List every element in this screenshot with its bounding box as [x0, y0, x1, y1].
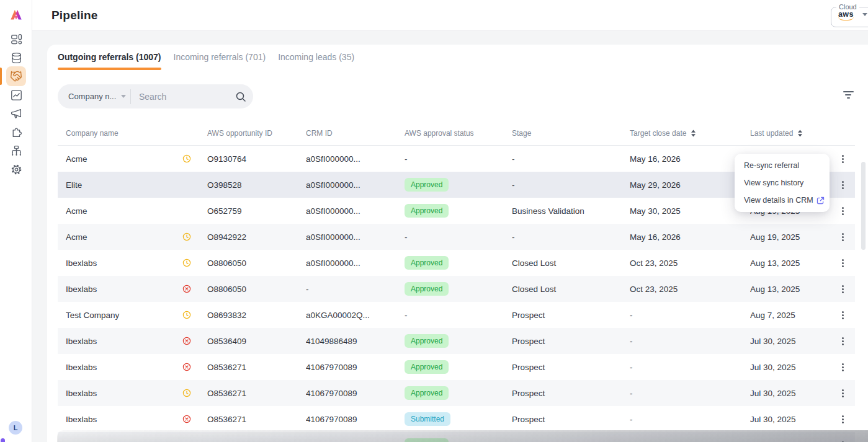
cell-target-close: Oct 23, 2025 [630, 285, 750, 294]
table-row[interactable]: IbexlabsO853627141067970089ApprovedProsp… [58, 380, 855, 406]
cell-sync-icon [182, 389, 207, 397]
approval-empty: - [405, 232, 408, 242]
row-actions-button[interactable] [840, 179, 846, 191]
cell-sync-icon [182, 363, 207, 371]
top-header: Pipeline Cloud aws [32, 0, 868, 31]
cell-last-updated: Jul 30, 2025 [750, 337, 830, 346]
sidebar-item-sitemap[interactable] [0, 141, 32, 160]
cell-sync-icon [182, 337, 207, 345]
table-row[interactable]: IbexlabsO853627141067970089ApprovedProsp… [58, 354, 855, 380]
pending-sync-icon [182, 311, 207, 319]
cell-crm-id: a0SfI000000... [306, 180, 405, 190]
aws-logo: aws [838, 10, 854, 19]
search-input[interactable] [131, 92, 235, 102]
cell-opp-id: O9130764 [207, 154, 306, 164]
cell-company: Ibexlabs [66, 363, 182, 372]
cell-target-close: - [630, 415, 750, 424]
cell-target-close: May 30, 2025 [630, 206, 750, 216]
menu-item-label: View details in CRM [744, 196, 813, 205]
cell-company: Acme [66, 232, 182, 242]
approval-empty: - [405, 311, 408, 320]
menu-item-view-details-in-crm[interactable]: View details in CRM [735, 192, 830, 209]
row-actions-button[interactable] [840, 257, 846, 269]
main-content: Outgoing referrals (1007)Incoming referr… [32, 31, 868, 442]
column-header-last-updated[interactable]: Last updated [750, 129, 830, 138]
approval-empty: - [405, 154, 408, 164]
table-row[interactable]: IbexlabsO8806050-ApprovedClosed LostOct … [58, 276, 855, 302]
pending-sync-icon [182, 389, 207, 397]
sidebar-item-megaphone[interactable] [0, 104, 32, 123]
cell-company: Acme [66, 206, 182, 216]
column-header-opp-id[interactable]: AWS opportunity ID [207, 129, 306, 138]
row-actions-button[interactable] [840, 205, 846, 217]
search-field-selector[interactable]: Company n... [58, 92, 130, 101]
user-avatar[interactable]: L [9, 421, 22, 435]
cell-company: Ibexlabs [66, 259, 182, 268]
column-header-stage[interactable]: Stage [512, 129, 630, 138]
row-actions-button[interactable] [840, 335, 846, 347]
status-badge: Approved [405, 334, 449, 348]
cell-sync-icon [182, 154, 207, 163]
table-row[interactable]: Test CompanyO8693832a0KGA00002Q...-Prosp… [58, 302, 855, 328]
cell-opp-id: O8942922 [207, 232, 306, 242]
column-header-approval[interactable]: AWS approval status [405, 129, 512, 138]
sidebar-item-settings[interactable] [0, 160, 32, 179]
row-actions-button[interactable] [840, 387, 846, 399]
cell-opp-id: O398528 [207, 180, 306, 190]
search-bar: Company n... [58, 84, 253, 108]
pending-sync-icon [182, 154, 207, 163]
cell-crm-id: - [306, 285, 405, 294]
row-actions-button[interactable] [840, 231, 846, 243]
menu-item-re-sync-referral[interactable]: Re-sync referral [735, 157, 830, 174]
cell-approval: Approved [405, 282, 512, 296]
sidebar-item-apps[interactable] [0, 30, 32, 48]
chevron-down-icon [121, 95, 126, 98]
column-header-crm-id[interactable]: CRM ID [306, 129, 405, 138]
cloud-selector[interactable]: Cloud aws [831, 3, 868, 27]
column-header-target-close[interactable]: Target close date [630, 129, 750, 138]
cell-last-updated: Aug 19, 2025 [750, 232, 830, 242]
filter-row: Company n... [58, 84, 855, 108]
sort-icon[interactable] [797, 130, 803, 137]
tab-2[interactable]: Incoming leads (35) [278, 52, 354, 70]
cell-last-updated: Aug 7, 2025 [750, 311, 830, 320]
apps-icon [11, 33, 22, 45]
cell-stage: - [512, 154, 630, 164]
column-header-company[interactable]: Company name [66, 129, 182, 138]
cell-opp-id: O8536271 [207, 415, 306, 424]
table-row[interactable]: IbexlabsO8806050a0SfI000000...ApprovedCl… [58, 250, 855, 276]
row-actions-button[interactable] [840, 153, 846, 165]
status-badge: Approved [405, 360, 449, 374]
cell-stage: Prospect [512, 363, 630, 372]
menu-item-view-sync-history[interactable]: View sync history [735, 174, 830, 192]
table-header: Company name AWS opportunity ID CRM ID A… [58, 121, 855, 146]
status-badge: Approved [405, 178, 449, 192]
sidebar-item-puzzle[interactable] [0, 123, 32, 141]
table-scrollbar[interactable] [861, 162, 866, 250]
cell-opp-id: O8536409 [207, 337, 306, 346]
app-logo[interactable] [8, 7, 24, 23]
sidebar-item-handshake[interactable] [0, 67, 32, 86]
filter-icon[interactable] [843, 91, 854, 101]
status-badge: Approved [405, 256, 449, 270]
cell-opp-id: O8693832 [207, 311, 306, 320]
sidebar-item-chart[interactable] [0, 86, 32, 104]
cell-sync-icon [182, 259, 207, 267]
search-field-value: Company n... [68, 92, 116, 101]
table-row[interactable]: IbexlabsO853640941049886489ApprovedProsp… [58, 328, 855, 354]
row-actions-button[interactable] [840, 361, 846, 373]
cell-target-close: - [630, 337, 750, 346]
tab-0[interactable]: Outgoing referrals (1007) [58, 52, 161, 70]
cell-stage: Prospect [512, 311, 630, 320]
sort-icon[interactable] [691, 130, 696, 137]
cell-stage: Prospect [512, 389, 630, 398]
row-actions-button[interactable] [840, 413, 846, 425]
row-actions-button[interactable] [840, 309, 846, 321]
tab-1[interactable]: Incoming referrals (701) [174, 52, 266, 70]
table-row[interactable]: AcmeO8942922a0SfI000000...--May 16, 2026… [58, 224, 855, 250]
cell-last-updated: Jul 30, 2025 [750, 415, 830, 424]
sync-error-icon [182, 363, 207, 371]
row-actions-button[interactable] [840, 283, 846, 295]
sidebar-item-database[interactable] [0, 48, 32, 67]
table-row[interactable]: IbexlabsO853627141067970089SubmittedPros… [58, 406, 855, 432]
